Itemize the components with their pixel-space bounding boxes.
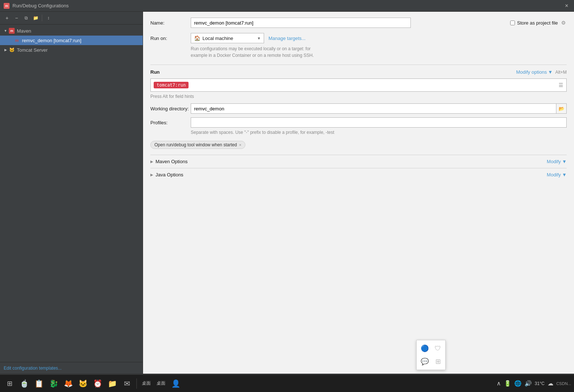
- taskbar: ⊞ 🍵 📋 🐉 🦊 🐱 ⏰ 📁 ✉ 桌面 桌面 👤 ∧ 🔋 🌐 🔊 31°C ☁…: [0, 374, 574, 392]
- main-panel: Name: Store as project file ⚙ Run on: 🏠 …: [143, 12, 574, 374]
- local-machine-label: Local machine: [202, 36, 233, 41]
- modify-options-label: Modify options: [516, 69, 547, 75]
- run-on-info-text: Run configurations may be executed local…: [191, 45, 567, 59]
- taskbar-desktop2[interactable]: 桌面: [154, 377, 168, 390]
- section-divider-1: [150, 65, 567, 65]
- command-tag: tomcat7:run: [154, 82, 189, 88]
- tomcat-group-label: Tomcat Server: [17, 47, 48, 53]
- run-on-label: Run on:: [150, 36, 191, 41]
- shield-tray-icon[interactable]: 🛡: [432, 342, 444, 354]
- sidebar-toolbar: + − ⧉ 📁 ↕: [0, 12, 143, 25]
- browse-dir-button[interactable]: 📂: [556, 103, 567, 114]
- maven-modify-label: Modify: [547, 159, 561, 164]
- maven-options-arrow-icon: ▶: [150, 160, 153, 164]
- taskbar-app-cat[interactable]: 🐱: [76, 377, 89, 390]
- working-dir-row: Working directory: 📂: [150, 103, 567, 114]
- command-field[interactable]: tomcat7:run ☰: [150, 78, 567, 92]
- modify-options-button[interactable]: Modify options ▼ Alt+M: [516, 69, 567, 75]
- profiles-input[interactable]: [191, 117, 567, 128]
- name-row: Name: Store as project file ⚙: [150, 18, 567, 28]
- maven-item-icon: m: [14, 37, 20, 43]
- csdn-label: CSDN...: [556, 381, 571, 386]
- folder-config-button[interactable]: 📁: [32, 14, 40, 22]
- tree-group-maven[interactable]: ▼ m Maven: [0, 26, 143, 36]
- command-options-icon[interactable]: ☰: [559, 82, 563, 88]
- working-dir-input[interactable]: [191, 103, 556, 114]
- taskbar-app-dragon[interactable]: 🐉: [47, 377, 60, 390]
- profiles-row: Profiles:: [150, 117, 567, 128]
- taskbar-app-firefox[interactable]: 🦊: [62, 377, 75, 390]
- maven-options-header[interactable]: ▶ Maven Options Modify ▼: [150, 159, 567, 164]
- home-icon: 🏠: [194, 35, 200, 41]
- tag-close-button[interactable]: ×: [239, 143, 241, 147]
- run-on-dropdown[interactable]: 🏠 Local machine ▼: [191, 33, 264, 43]
- remove-config-button[interactable]: −: [12, 14, 21, 22]
- run-section-header: Run Modify options ▼ Alt+M: [150, 69, 567, 75]
- start-button[interactable]: ⊞: [3, 377, 16, 390]
- store-project-gear-icon[interactable]: ⚙: [560, 19, 567, 26]
- working-dir-label: Working directory:: [150, 106, 191, 111]
- sort-button[interactable]: ↕: [44, 14, 52, 22]
- speaker-icon[interactable]: 🔊: [524, 380, 532, 387]
- sidebar-footer: Edit configuration templates...: [0, 362, 143, 374]
- item-spacer: [8, 38, 13, 43]
- maven-group-label: Maven: [17, 28, 31, 34]
- profiles-hint-text: Separate with spaces. Use "-" prefix to …: [191, 130, 567, 135]
- taskbar-right: ∧ 🔋 🌐 🔊 31°C ☁ CSDN...: [497, 380, 571, 387]
- network-icon: 🌐: [514, 380, 522, 387]
- add-config-button[interactable]: +: [3, 14, 11, 22]
- maven-config-label: remvc_demon [tomcat7:run]: [22, 38, 81, 43]
- tag-row: Open run/debug tool window when started …: [150, 141, 567, 149]
- taskbar-app-board[interactable]: 📋: [32, 377, 45, 390]
- edit-templates-link[interactable]: Edit configuration templates...: [4, 366, 62, 371]
- maven-modify-button[interactable]: Modify ▼: [547, 159, 567, 164]
- open-tool-window-tag: Open run/debug tool window when started …: [150, 141, 245, 149]
- dropdown-arrow-icon: ▼: [257, 36, 261, 40]
- expand-tray-button[interactable]: ∧: [497, 380, 501, 387]
- info-line2: example in a Docker Container or on a re…: [191, 53, 314, 58]
- maven-modify-arrow-icon: ▼: [562, 159, 567, 164]
- info-line1: Run configurations may be executed local…: [191, 46, 311, 51]
- temperature-text: 31°C: [535, 381, 545, 386]
- taskbar-desktop1[interactable]: 桌面: [140, 377, 153, 390]
- maven-options-title: Maven Options: [156, 159, 187, 164]
- tree-item-remvc-demon[interactable]: m remvc_demon [tomcat7:run]: [0, 36, 143, 45]
- profiles-label: Profiles:: [150, 120, 191, 125]
- java-modify-button[interactable]: Modify ▼: [547, 172, 567, 177]
- java-options-title: Java Options: [156, 172, 183, 177]
- name-label: Name:: [150, 20, 191, 26]
- dialog-body: + − ⧉ 📁 ↕ ▼ m Maven: [0, 12, 574, 374]
- java-options-header[interactable]: ▶ Java Options Modify ▼: [150, 172, 567, 177]
- taskbar-app-folder[interactable]: 📁: [106, 377, 119, 390]
- run-section-title: Run: [150, 69, 160, 75]
- taskbar-separator: [136, 378, 137, 389]
- expand-arrow-maven: ▼: [3, 28, 8, 33]
- wechat-tray-icon[interactable]: 💬: [419, 356, 431, 367]
- taskbar-user-icon[interactable]: 👤: [169, 377, 182, 390]
- dialog-title: Run/Debug Configurations: [12, 3, 69, 8]
- app-icon: m: [4, 3, 10, 9]
- name-input[interactable]: [191, 18, 411, 28]
- java-options-arrow-icon: ▶: [150, 173, 153, 177]
- taskbar-app-mail[interactable]: ✉: [120, 377, 134, 390]
- maven-icon: m: [9, 28, 15, 34]
- system-tray-popup: 🔵 🛡 💬 ⊞: [416, 340, 446, 370]
- tag-label-text: Open run/debug tool window when started: [154, 142, 237, 147]
- tree-group-tomcat[interactable]: ▶ 🐱 Tomcat Server: [0, 45, 143, 55]
- copy-config-button[interactable]: ⧉: [22, 14, 30, 22]
- manage-targets-link[interactable]: Manage targets...: [268, 36, 306, 41]
- close-button[interactable]: ×: [563, 2, 570, 10]
- expand-arrow-tomcat: ▶: [3, 47, 8, 52]
- java-options-section: ▶ Java Options Modify ▼: [150, 168, 567, 181]
- run-on-row: Run on: 🏠 Local machine ▼ Manage targets…: [150, 33, 567, 43]
- grid-tray-icon[interactable]: ⊞: [432, 356, 444, 367]
- bluetooth-tray-icon[interactable]: 🔵: [419, 342, 431, 354]
- store-project-checkbox[interactable]: [510, 21, 515, 25]
- taskbar-app-tea[interactable]: 🍵: [18, 377, 31, 390]
- weather-icon: ☁: [548, 380, 553, 387]
- taskbar-app-clock[interactable]: ⏰: [91, 377, 104, 390]
- config-tree: ▼ m Maven m remvc_demon [tomcat7:run] ▶ …: [0, 25, 143, 362]
- modify-shortcut-text: Alt+M: [555, 70, 567, 75]
- field-hint-text: Press Alt for field hints: [150, 94, 567, 99]
- store-project-label: Store as project file: [517, 20, 558, 26]
